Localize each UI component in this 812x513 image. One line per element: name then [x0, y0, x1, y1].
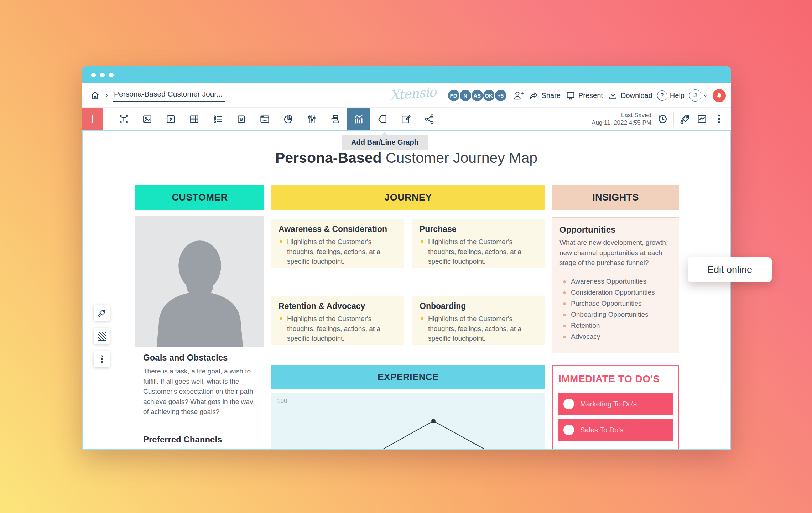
document-canvas[interactable]: Add Bar/Line Graph Persona-Based Custome…: [82, 130, 731, 450]
share-button[interactable]: Share: [529, 90, 561, 100]
goals-heading: Goals and Obstacles: [143, 353, 258, 363]
experience-line-chart[interactable]: 100: [271, 393, 545, 450]
immediate-todos-card[interactable]: IMMEDIATE TO DO'S Marketing To Do's Sale…: [552, 365, 679, 450]
journey-card-onboarding[interactable]: Onboarding Highlights of the Customer's …: [412, 296, 545, 345]
kebab-menu-icon[interactable]: [713, 113, 725, 125]
customer-photo-placeholder[interactable]: [135, 216, 264, 347]
list-item: Purchase Opportunities: [562, 300, 672, 307]
toolbar-right: Last Saved Aug 11, 2022 4:55 PM: [592, 108, 731, 130]
notifications-button[interactable]: [713, 89, 726, 102]
tool-url[interactable]: URL: [253, 108, 276, 130]
tool-sliders[interactable]: [300, 108, 323, 130]
preferred-channels-heading: Preferred Channels: [143, 435, 258, 445]
version-history-icon[interactable]: [656, 113, 668, 125]
download-icon: [608, 90, 618, 101]
document-name-field[interactable]: Persona-Based Customer Jour...: [113, 89, 225, 102]
tool-list[interactable]: [206, 108, 229, 130]
user-menu[interactable]: J: [689, 89, 708, 102]
card-bullet-text: Highlights of the Customer's thoughts, f…: [420, 314, 538, 343]
last-saved-status: Last Saved Aug 11, 2022 4:55 PM: [592, 112, 651, 127]
toolbar-divider: [673, 112, 674, 126]
tool-button[interactable]: B: [229, 108, 253, 130]
window-titlebar: [82, 66, 731, 83]
customer-section-header[interactable]: CUSTOMER: [135, 185, 264, 210]
list-item: Retention: [562, 322, 672, 330]
user-avatar: J: [689, 89, 701, 102]
avatar[interactable]: AS: [471, 89, 484, 102]
journey-card-awareness[interactable]: Awareness & Consideration Highlights of …: [271, 219, 404, 268]
list-item: Consideration Opportunities: [562, 289, 672, 296]
present-button[interactable]: Present: [565, 90, 603, 101]
tool-video[interactable]: [159, 108, 182, 130]
card-title: Purchase: [420, 224, 538, 234]
last-saved-label: Last Saved: [592, 112, 651, 119]
journey-section-header[interactable]: JOURNEY: [271, 185, 545, 210]
share-icon: [529, 90, 539, 100]
present-label: Present: [578, 92, 603, 100]
goals-and-obstacles[interactable]: Goals and Obstacles There is a task, a l…: [143, 353, 258, 417]
chevron-right-icon: [104, 92, 110, 99]
header-actions: FD N AS OK +5 Share Present: [448, 83, 726, 108]
tool-form[interactable]: [394, 108, 417, 130]
xtensio-logo: Xtensio: [390, 85, 437, 103]
download-label: Download: [621, 92, 652, 100]
download-button[interactable]: Download: [608, 90, 652, 101]
avatar[interactable]: OK: [483, 89, 495, 102]
module-floating-toolbar: [94, 305, 110, 367]
person-silhouette-icon: [135, 216, 264, 347]
tool-pie-chart[interactable]: [276, 108, 300, 130]
edit-online-button[interactable]: Edit online: [688, 257, 772, 282]
todo-circle-icon: [563, 425, 574, 435]
list-item: Advocacy: [562, 333, 672, 341]
help-button[interactable]: ? Help: [657, 90, 685, 101]
journey-card-purchase[interactable]: Purchase Highlights of the Customer's th…: [412, 219, 545, 268]
tool-embed[interactable]: [417, 108, 441, 130]
module-style-button[interactable]: [94, 305, 110, 321]
tool-table[interactable]: [182, 108, 206, 130]
opportunities-text: What are new development, growth, new ch…: [559, 238, 672, 268]
card-title: Onboarding: [420, 301, 538, 311]
todo-row-sales[interactable]: Sales To Do's: [558, 419, 673, 441]
analytics-icon[interactable]: [696, 113, 708, 125]
customer-column: CUSTOMER Goals and Obstacles There is a …: [135, 131, 264, 450]
module-background-button[interactable]: [94, 328, 110, 344]
share-label: Share: [542, 92, 561, 100]
avatar[interactable]: FD: [447, 89, 460, 102]
opportunities-card[interactable]: Opportunities What are new development, …: [552, 217, 679, 353]
todo-label: Marketing To Do's: [580, 400, 637, 408]
restyle-icon[interactable]: [679, 113, 691, 125]
window-control-dot[interactable]: [100, 73, 105, 77]
experience-section-header[interactable]: EXPERIENCE: [271, 365, 545, 389]
card-bullet-text: Highlights of the Customer's thoughts, f…: [420, 237, 538, 266]
opportunities-list: Awareness Opportunities Consideration Op…: [559, 278, 672, 341]
chevron-down-icon: [703, 93, 708, 98]
module-more-options-button[interactable]: [94, 351, 110, 367]
card-title: Awareness & Consideration: [279, 224, 397, 234]
journey-card-retention[interactable]: Retention & Advocacy Highlights of the C…: [271, 296, 404, 345]
goals-text: There is a task, a life goal, a wish to …: [143, 366, 258, 417]
present-icon: [565, 90, 576, 101]
tool-text[interactable]: [112, 108, 135, 130]
todo-row-marketing[interactable]: Marketing To Do's: [558, 393, 673, 415]
tool-bar-line-graph[interactable]: [347, 108, 370, 130]
help-icon: ?: [657, 90, 667, 101]
todos-heading: IMMEDIATE TO DO'S: [558, 373, 678, 385]
last-saved-time: Aug 11, 2022 4:55 PM: [592, 119, 651, 126]
home-icon[interactable]: [90, 90, 100, 101]
tool-bar-chart[interactable]: [323, 108, 347, 130]
add-person-icon[interactable]: [512, 90, 524, 101]
window-control-dot[interactable]: [109, 73, 114, 77]
add-module-button[interactable]: [82, 108, 103, 130]
app-window: Persona-Based Customer Jour... Xtensio F…: [82, 66, 731, 450]
insights-section-header[interactable]: INSIGHTS: [552, 185, 679, 210]
plus-icon: [87, 114, 98, 124]
window-control-dot[interactable]: [91, 73, 96, 77]
tool-image[interactable]: [135, 108, 159, 130]
avatar[interactable]: N: [459, 89, 472, 102]
tool-shape[interactable]: [370, 108, 394, 130]
editor-toolbar: B URL: [82, 108, 731, 130]
card-title: Retention & Advocacy: [279, 301, 397, 311]
avatar-overflow-count[interactable]: +5: [494, 89, 507, 102]
preferred-channels[interactable]: Preferred Channels: [143, 435, 258, 445]
pattern-fill-icon: [98, 332, 106, 341]
